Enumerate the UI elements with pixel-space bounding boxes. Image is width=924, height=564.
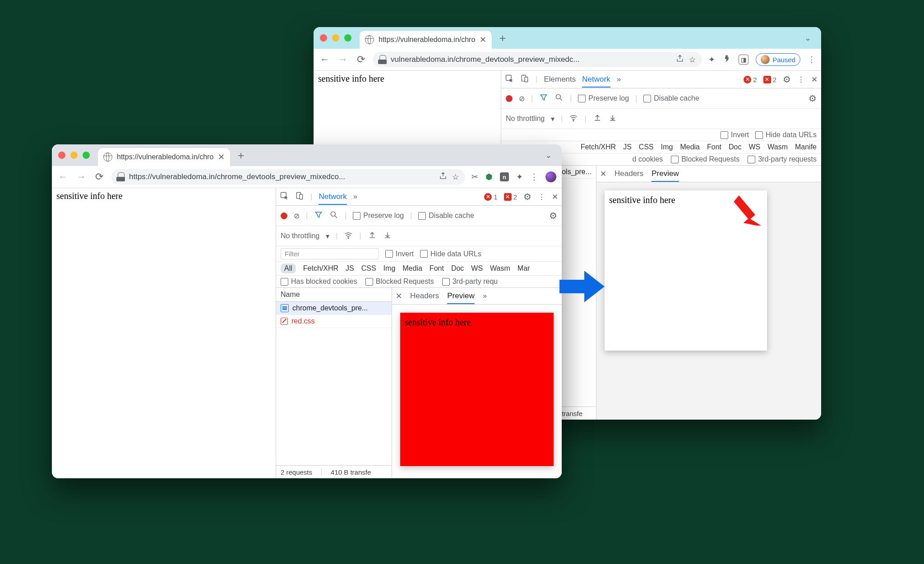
download-icon[interactable]: [383, 231, 392, 241]
preserve-log-checkbox[interactable]: Preserve log: [353, 212, 404, 220]
scissors-icon[interactable]: ✂: [471, 172, 478, 182]
chevron-down-icon[interactable]: ⌄: [545, 150, 552, 160]
blocked-requests-checkbox[interactable]: Blocked Requests: [671, 155, 739, 163]
blocked-cookies-checkbox[interactable]: d cookies: [633, 155, 663, 163]
device-icon[interactable]: [520, 74, 529, 85]
type-js[interactable]: JS: [623, 143, 632, 151]
forward-button[interactable]: →: [75, 171, 87, 183]
forward-button[interactable]: →: [337, 54, 349, 65]
new-tab-button[interactable]: ＋: [236, 148, 246, 162]
kebab-icon[interactable]: ⋮: [538, 192, 545, 202]
browser-tab[interactable]: https://vulnerabledoma.in/chro ✕: [98, 148, 230, 166]
share-icon[interactable]: [675, 54, 684, 65]
search-icon[interactable]: [554, 93, 564, 104]
maximize-window-icon[interactable]: [344, 34, 351, 42]
dtab-preview[interactable]: Preview: [447, 291, 474, 304]
inspect-icon[interactable]: [505, 74, 514, 85]
type-font[interactable]: Font: [430, 264, 444, 273]
extension-n-icon[interactable]: n: [500, 172, 509, 181]
type-doc[interactable]: Doc: [729, 143, 741, 151]
upload-icon[interactable]: [593, 113, 602, 124]
hide-data-urls-checkbox[interactable]: Hide data URLs: [755, 131, 817, 139]
extension-green-icon[interactable]: ⬢: [485, 172, 493, 182]
close-devtools-icon[interactable]: ✕: [811, 75, 818, 84]
address-bar[interactable]: vulnerabledoma.in/chrome_devtools_previe…: [373, 52, 702, 67]
type-img[interactable]: Img: [383, 264, 396, 273]
type-wasm[interactable]: Wasm: [767, 143, 788, 151]
extensions-icon[interactable]: ✦: [708, 55, 715, 65]
avatar-icon[interactable]: [545, 171, 556, 182]
clear-icon[interactable]: ⊘: [294, 212, 300, 220]
reload-button[interactable]: ⟳: [93, 171, 105, 183]
type-css[interactable]: CSS: [639, 143, 654, 151]
network-gear-icon[interactable]: ⚙: [808, 93, 817, 104]
minimize-window-icon[interactable]: [332, 34, 339, 42]
type-media[interactable]: Media: [402, 264, 422, 273]
filter-icon[interactable]: [314, 210, 323, 221]
new-tab-button[interactable]: ＋: [497, 31, 508, 45]
type-css[interactable]: CSS: [361, 264, 376, 273]
reload-button[interactable]: ⟳: [355, 54, 367, 65]
wifi-icon[interactable]: [569, 113, 578, 124]
gear-icon[interactable]: ⚙: [783, 74, 791, 85]
extension-icon[interactable]: [722, 54, 731, 65]
clear-icon[interactable]: ⊘: [519, 94, 525, 103]
tab-network[interactable]: Network: [582, 75, 610, 88]
type-js[interactable]: JS: [346, 264, 354, 273]
type-doc[interactable]: Doc: [451, 264, 464, 273]
issue-count[interactable]: ✕2: [504, 193, 517, 201]
third-party-checkbox[interactable]: 3rd-party requests: [748, 155, 817, 163]
blocked-requests-checkbox[interactable]: Blocked Requests: [365, 277, 434, 286]
close-window-icon[interactable]: [58, 152, 65, 159]
close-tab-icon[interactable]: ✕: [218, 152, 225, 162]
tab-network[interactable]: Network: [319, 192, 346, 205]
record-icon[interactable]: [506, 95, 513, 102]
back-button[interactable]: ←: [319, 54, 331, 65]
throttle-select[interactable]: No throttling: [506, 115, 545, 123]
type-all[interactable]: All: [281, 264, 296, 273]
star-icon[interactable]: ☆: [452, 172, 459, 182]
blocked-cookies-checkbox[interactable]: Has blocked cookies: [281, 277, 357, 286]
issue-count[interactable]: ✕2: [763, 76, 776, 83]
type-wasm[interactable]: Wasm: [490, 264, 510, 273]
address-bar[interactable]: https://vulnerabledoma.in/chrome_devtool…: [111, 169, 465, 185]
close-tab-icon[interactable]: ✕: [480, 35, 486, 45]
more-detail-tabs-icon[interactable]: »: [483, 291, 487, 300]
type-font[interactable]: Font: [707, 143, 721, 151]
gear-icon[interactable]: ⚙: [523, 191, 531, 202]
invert-checkbox[interactable]: Invert: [385, 250, 414, 258]
star-icon[interactable]: ☆: [689, 55, 696, 65]
close-devtools-icon[interactable]: ✕: [552, 192, 558, 202]
disable-cache-checkbox[interactable]: Disable cache: [643, 94, 699, 102]
network-gear-icon[interactable]: ⚙: [549, 210, 557, 221]
extension-n-icon[interactable]: ◨: [739, 55, 748, 65]
filter-input[interactable]: Filter: [281, 248, 379, 259]
wifi-icon[interactable]: [344, 231, 353, 241]
search-icon[interactable]: [329, 210, 338, 221]
extensions-icon[interactable]: ✦: [516, 172, 523, 182]
type-fetchxhr[interactable]: Fetch/XHR: [303, 264, 338, 273]
preserve-log-checkbox[interactable]: Preserve log: [578, 94, 629, 102]
more-tabs-icon[interactable]: »: [353, 192, 357, 201]
close-detail-icon[interactable]: ✕: [396, 291, 402, 301]
maximize-window-icon[interactable]: [83, 152, 90, 159]
type-ws[interactable]: WS: [471, 264, 483, 273]
type-media[interactable]: Media: [680, 143, 700, 151]
share-icon[interactable]: [439, 171, 448, 183]
table-row[interactable]: red.css: [276, 315, 392, 328]
third-party-checkbox[interactable]: 3rd-party requ: [442, 277, 498, 286]
profile-paused-button[interactable]: Paused: [756, 53, 800, 66]
hide-data-urls-checkbox[interactable]: Hide data URLs: [420, 250, 481, 258]
tab-elements[interactable]: Elements: [544, 75, 576, 84]
download-icon[interactable]: [608, 113, 617, 124]
dtab-headers[interactable]: Headers: [410, 291, 439, 300]
type-fetchxhr[interactable]: Fetch/XHR: [581, 143, 616, 151]
error-count[interactable]: ✕2: [744, 76, 757, 83]
kebab-icon[interactable]: ⋮: [797, 75, 805, 84]
throttle-select[interactable]: No throttling: [281, 232, 319, 240]
type-manifest[interactable]: Mar: [517, 264, 530, 273]
invert-checkbox[interactable]: Invert: [721, 131, 749, 139]
back-button[interactable]: ←: [57, 171, 69, 183]
error-count[interactable]: ✕1: [484, 193, 497, 201]
browser-tab[interactable]: https://vulnerabledoma.in/chro ✕: [360, 31, 492, 49]
